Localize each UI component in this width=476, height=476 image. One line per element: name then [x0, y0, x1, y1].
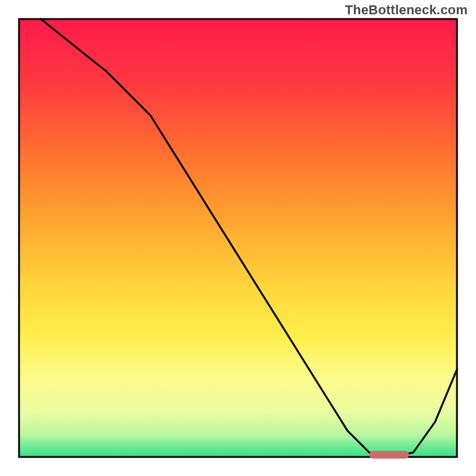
watermark-text: TheBottleneck.com	[345, 2, 468, 18]
plot-background	[19, 19, 457, 457]
optimal-range-marker	[369, 451, 409, 459]
bottleneck-chart	[0, 0, 476, 476]
